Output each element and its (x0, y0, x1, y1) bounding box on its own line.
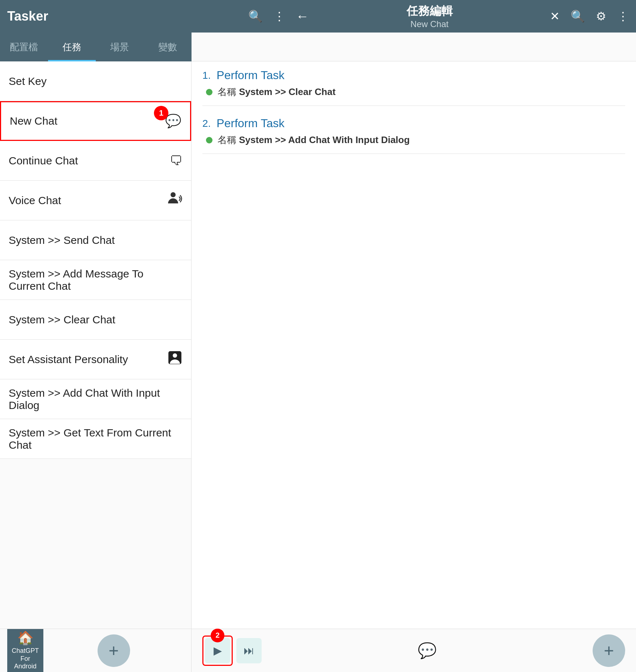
list-item-system-add-chat-with-input[interactable]: System >> Add Chat With Input Dialog (0, 379, 191, 419)
left-spacer (0, 459, 191, 629)
back-icon[interactable]: ← (296, 9, 309, 24)
tabs-row: 配置檔 任務 場景 變數 (0, 33, 636, 61)
list-item-system-get-text[interactable]: System >> Get Text From Current Chat (0, 419, 191, 459)
tab-scenes[interactable]: 場景 (96, 33, 144, 61)
add-action-fab[interactable]: + (593, 634, 625, 667)
playback-controls: 2 ▶ ⏭ (202, 636, 262, 666)
system-add-message-label: System >> Add Message To Current Chat (9, 268, 182, 292)
chat-bubble-icon-bottom: 💬 (418, 642, 437, 659)
svg-point-0 (171, 192, 176, 197)
chat-icon-button[interactable]: 💬 (418, 642, 437, 659)
list-item-set-assistant-personality[interactable]: Set Assistant Personality (0, 340, 191, 379)
bottom-left: 🏠 ChatGPTForAndroid + (0, 629, 192, 672)
voice-icon (167, 191, 182, 210)
main-content: Set Key New Chat 💬 1 Continue Chat 🗨 Voi… (0, 61, 636, 629)
system-add-chat-with-input-label: System >> Add Chat With Input Dialog (9, 387, 182, 412)
tab-variables[interactable]: 變數 (144, 33, 192, 61)
add-icon-right: + (604, 641, 614, 660)
system-clear-chat-label: System >> Clear Chat (9, 314, 115, 326)
more-icon[interactable]: ⋮ (274, 9, 285, 23)
left-header-icons: 🔍 ⋮ (248, 9, 285, 23)
task-2-status-dot (206, 137, 212, 143)
more-icon-right[interactable]: ⋮ (617, 9, 629, 23)
task-2-header: 2. Perform Task (202, 117, 625, 130)
list-item-system-add-message[interactable]: System >> Add Message To Current Chat (0, 260, 191, 300)
task-divider-1 (202, 105, 625, 106)
task-2-detail: 名稱 System >> Add Chat With Input Dialog (202, 134, 625, 146)
search-icon-right[interactable]: 🔍 (571, 9, 585, 23)
tab-profiles[interactable]: 配置檔 (0, 33, 48, 61)
new-chat-label: New Chat (10, 115, 57, 127)
system-get-text-label: System >> Get Text From Current Chat (9, 427, 182, 451)
app-title: Tasker (7, 9, 248, 24)
set-assistant-personality-label: Set Assistant Personality (9, 353, 128, 366)
list-item-system-clear-chat[interactable]: System >> Clear Chat (0, 300, 191, 340)
badge-2: 2 (211, 629, 224, 642)
gear-icon[interactable]: ⚙ (596, 9, 606, 23)
play-button-wrapper: 2 ▶ (202, 636, 233, 666)
task-item-1: 1. Perform Task 名稱 System >> Clear Chat (202, 69, 625, 106)
list-item-set-key[interactable]: Set Key (0, 61, 191, 101)
personality-icon (167, 350, 182, 369)
list-item-new-chat[interactable]: New Chat 💬 1 (0, 101, 191, 141)
right-panel-title: 任務編輯 (407, 3, 453, 19)
list-item-continue-chat[interactable]: Continue Chat 🗨 (0, 141, 191, 181)
chat-lines-icon: 🗨 (169, 153, 182, 168)
skip-icon: ⏭ (244, 645, 254, 657)
badge-1: 1 (154, 106, 168, 120)
home-label: ChatGPTForAndroid (12, 647, 39, 671)
list-item-voice-chat[interactable]: Voice Chat (0, 181, 191, 220)
task-1-detail-text: 名稱 System >> Clear Chat (218, 86, 336, 98)
home-icon: 🏠 (17, 630, 34, 646)
list-item-system-send-chat[interactable]: System >> Send Chat (0, 220, 191, 260)
add-icon: + (108, 641, 119, 660)
task-2-title[interactable]: Perform Task (216, 117, 284, 130)
right-panel-subtitle: New Chat (411, 19, 448, 29)
add-task-fab[interactable]: + (98, 634, 130, 667)
play-icon: ▶ (214, 644, 222, 657)
system-send-chat-label: System >> Send Chat (9, 234, 115, 246)
task-1-title[interactable]: Perform Task (216, 69, 284, 82)
task-1-number: 1. (202, 70, 211, 81)
set-key-label: Set Key (9, 75, 47, 87)
home-button[interactable]: 🏠 ChatGPTForAndroid (7, 629, 43, 672)
right-panel: 1. Perform Task 名稱 System >> Clear Chat … (192, 61, 636, 629)
task-2-detail-text: 名稱 System >> Add Chat With Input Dialog (218, 134, 410, 146)
tab-tasks[interactable]: 任務 (48, 33, 96, 61)
right-header-icons: ✕ 🔍 ⚙ ⋮ (550, 9, 629, 23)
task-divider-2 (202, 154, 625, 154)
task-2-number: 2. (202, 118, 211, 129)
task-item-2: 2. Perform Task 名稱 System >> Add Chat Wi… (202, 117, 625, 154)
task-1-status-dot (206, 89, 212, 95)
continue-chat-label: Continue Chat (9, 155, 78, 167)
top-bar: Tasker 🔍 ⋮ ← 任務編輯 New Chat ✕ 🔍 ⚙ ⋮ (0, 0, 636, 33)
bottom-bar: 🏠 ChatGPTForAndroid + 2 ▶ ⏭ 💬 + (0, 629, 636, 672)
skip-button[interactable]: ⏭ (236, 638, 262, 663)
left-panel: Set Key New Chat 💬 1 Continue Chat 🗨 Voi… (0, 61, 192, 629)
close-icon[interactable]: ✕ (550, 9, 560, 23)
task-list: 1. Perform Task 名稱 System >> Clear Chat … (192, 61, 636, 629)
bottom-right: 2 ▶ ⏭ 💬 + (192, 629, 636, 672)
voice-chat-label: Voice Chat (9, 194, 61, 207)
search-icon[interactable]: 🔍 (248, 9, 263, 23)
task-1-detail: 名稱 System >> Clear Chat (202, 86, 625, 98)
tabs-bar: 配置檔 任務 場景 變數 (0, 33, 192, 61)
task-1-header: 1. Perform Task (202, 69, 625, 82)
svg-point-2 (173, 353, 177, 358)
right-panel-header: 任務編輯 New Chat (309, 3, 550, 29)
